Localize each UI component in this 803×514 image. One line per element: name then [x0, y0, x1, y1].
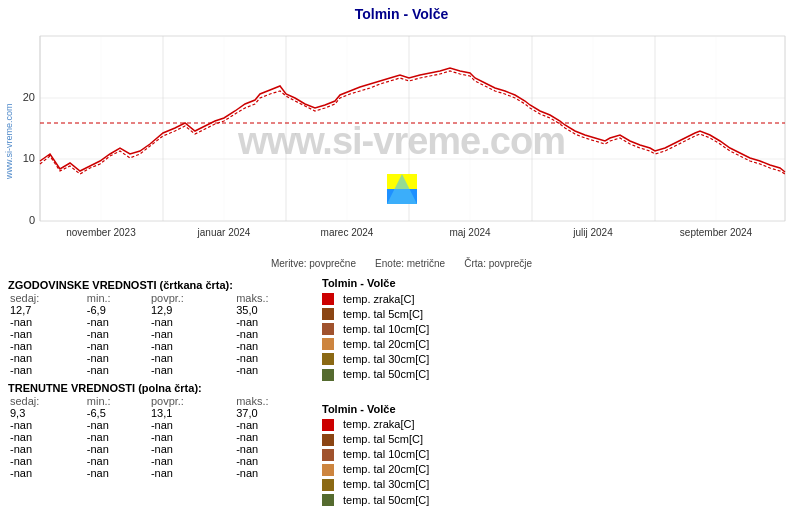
legend-color-4-current: [320, 478, 339, 491]
h-sedaj-4: -nan: [8, 352, 85, 364]
left-col: ZGODOVINSKE VREDNOSTI (črtkana črta): se…: [8, 275, 318, 508]
h-povpr-1: -nan: [149, 316, 234, 328]
h-sedaj-3: -nan: [8, 340, 85, 352]
legend-label-5-historic: temp. tal 50cm[C]: [341, 367, 793, 380]
legend-label-4-historic: temp. tal 30cm[C]: [341, 352, 793, 365]
svg-text:10: 10: [23, 152, 35, 164]
c-sedaj-1: -nan: [8, 419, 85, 431]
legend-gap-spacer: [320, 383, 793, 401]
c-sedaj-5: -nan: [8, 467, 85, 479]
legend-swatch-2-current: [322, 449, 334, 461]
current-row-3: -nan -nan -nan -nan: [8, 443, 318, 455]
legend-color-0-current: [320, 418, 339, 431]
h-min-2: -nan: [85, 328, 149, 340]
chart-svg: 20 10 0: [0, 26, 803, 256]
h-maks-4: -nan: [234, 352, 318, 364]
historic-row-0: 12,7 -6,9 12,9 35,0: [8, 304, 318, 316]
legend-table: Tolmin - Volče temp. zraka[C] temp. tal …: [318, 275, 795, 508]
h-min-1: -nan: [85, 316, 149, 328]
legend-color-0-historic: [320, 292, 339, 305]
historic-row-2: -nan -nan -nan -nan: [8, 328, 318, 340]
legend-label-4-current: temp. tal 30cm[C]: [341, 478, 793, 491]
legend-station-header-current: Tolmin - Volče: [320, 403, 793, 416]
sidebar-label: www.si-vreme.com: [4, 103, 14, 179]
legend-label-2-current: temp. tal 10cm[C]: [341, 448, 793, 461]
legend-color-5-historic: [320, 367, 339, 380]
c-povpr-4: -nan: [149, 455, 234, 467]
legend-color-1-current: [320, 433, 339, 446]
c-col-maks: maks.:: [234, 395, 318, 407]
legend-label-1-current: temp. tal 5cm[C]: [341, 433, 793, 446]
h-min-0: -6,9: [85, 304, 149, 316]
c-maks-5: -nan: [234, 467, 318, 479]
historic-title: ZGODOVINSKE VREDNOSTI (črtkana črta):: [8, 279, 318, 291]
meta-enote: Enote: metrične: [375, 258, 445, 269]
c-maks-2: -nan: [234, 431, 318, 443]
legend-color-1-historic: [320, 307, 339, 320]
legend-row-1-current: temp. tal 5cm[C]: [320, 433, 793, 446]
svg-text:0: 0: [29, 214, 35, 226]
h-povpr-4: -nan: [149, 352, 234, 364]
legend-swatch-3-current: [322, 464, 334, 476]
legend-label-2-historic: temp. tal 10cm[C]: [341, 322, 793, 335]
legend-swatch-2-historic: [322, 323, 334, 335]
current-row-0: 9,3 -6,5 13,1 37,0: [8, 407, 318, 419]
c-povpr-5: -nan: [149, 467, 234, 479]
svg-text:november 2023: november 2023: [66, 227, 136, 238]
current-row-2: -nan -nan -nan -nan: [8, 431, 318, 443]
legend-row-5-historic: temp. tal 50cm[C]: [320, 367, 793, 380]
h-min-4: -nan: [85, 352, 149, 364]
legend-swatch-5-historic: [322, 369, 334, 381]
meta-meritve: Meritve: povprečne: [271, 258, 356, 269]
h-maks-2: -nan: [234, 328, 318, 340]
h-min-3: -nan: [85, 340, 149, 352]
legend-color-3-historic: [320, 337, 339, 350]
legend-row-2-historic: temp. tal 10cm[C]: [320, 322, 793, 335]
col-min: min.:: [85, 292, 149, 304]
col-sedaj: sedaj:: [8, 292, 85, 304]
h-maks-3: -nan: [234, 340, 318, 352]
data-section: ZGODOVINSKE VREDNOSTI (črtkana črta): se…: [0, 271, 803, 512]
c-sedaj-2: -nan: [8, 431, 85, 443]
legend-row-4-historic: temp. tal 30cm[C]: [320, 352, 793, 365]
c-min-4: -nan: [85, 455, 149, 467]
legend-swatch-5-current: [322, 494, 334, 506]
svg-text:maj 2024: maj 2024: [449, 227, 491, 238]
legend-station-historic: Tolmin - Volče: [320, 277, 793, 290]
chart-area: www.si-vreme.com 20 10 0: [0, 26, 803, 256]
legend-swatch-4-historic: [322, 353, 334, 365]
legend-label-1-historic: temp. tal 5cm[C]: [341, 307, 793, 320]
legend-row-0-historic: temp. zraka[C]: [320, 292, 793, 305]
current-header: sedaj: min.: povpr.: maks.:: [8, 395, 318, 407]
legend-swatch-1-historic: [322, 308, 334, 320]
c-col-min: min.:: [85, 395, 149, 407]
c-povpr-3: -nan: [149, 443, 234, 455]
h-povpr-3: -nan: [149, 340, 234, 352]
legend-color-5-current: [320, 493, 339, 506]
h-povpr-2: -nan: [149, 328, 234, 340]
svg-text:september 2024: september 2024: [680, 227, 753, 238]
legend-label-3-historic: temp. tal 20cm[C]: [341, 337, 793, 350]
h-sedaj-5: -nan: [8, 364, 85, 376]
c-min-0: -6,5: [85, 407, 149, 419]
c-col-sedaj: sedaj:: [8, 395, 85, 407]
current-table: sedaj: min.: povpr.: maks.: 9,3 -6,5 13,…: [8, 395, 318, 479]
legend-row-0-current: temp. zraka[C]: [320, 418, 793, 431]
meta-crta: Črta: povprečje: [464, 258, 532, 269]
historic-row-1: -nan -nan -nan -nan: [8, 316, 318, 328]
legend-color-2-current: [320, 448, 339, 461]
col-povpr: povpr.:: [149, 292, 234, 304]
historic-header: sedaj: min.: povpr.: maks.:: [8, 292, 318, 304]
svg-text:20: 20: [23, 91, 35, 103]
c-sedaj-0: 9,3: [8, 407, 85, 419]
c-sedaj-4: -nan: [8, 455, 85, 467]
h-maks-5: -nan: [234, 364, 318, 376]
c-maks-1: -nan: [234, 419, 318, 431]
c-maks-4: -nan: [234, 455, 318, 467]
c-col-povpr: povpr.:: [149, 395, 234, 407]
c-min-1: -nan: [85, 419, 149, 431]
right-col: Tolmin - Volče temp. zraka[C] temp. tal …: [318, 275, 795, 508]
col-maks: maks.:: [234, 292, 318, 304]
chart-container: Tolmin - Volče www.si-vreme.com 20 10 0: [0, 0, 803, 512]
legend-row-3-historic: temp. tal 20cm[C]: [320, 337, 793, 350]
